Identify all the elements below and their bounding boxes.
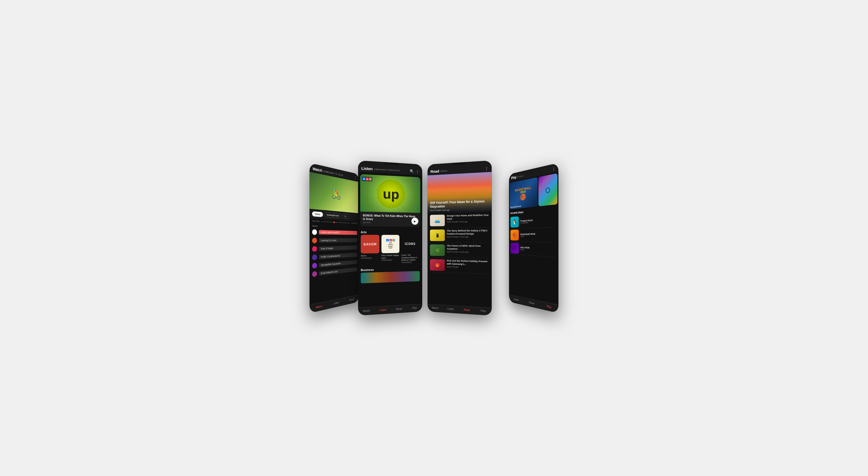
nav-read-l[interactable]: Read <box>391 307 407 311</box>
time-end: 6:30 PM <box>351 222 357 224</box>
nav-listen-p[interactable]: Listen <box>509 296 524 303</box>
nav-read-r[interactable]: Read <box>459 308 475 312</box>
read-content: Gift Yourself: Four Ideas for a Joyous S… <box>428 172 492 308</box>
channel-item-1[interactable]: Action sports world S <box>309 228 359 237</box>
listen-panel: Listen SAMSUNG Podcasts 🔍 ⋮ npr <box>358 160 422 316</box>
game-item-penguin[interactable]: 🐧 Penguin Dash FRVRGAME <box>510 212 556 229</box>
news-text-2: The Story Behind the Galaxy Z Flip's Fas… <box>447 229 489 241</box>
news-title-2: The Story Behind the Galaxy Z Flip's Fas… <box>447 229 489 235</box>
podcast-title: BONUS: What To Tell Kids When The News I… <box>363 214 418 222</box>
watch-title: Watch <box>313 166 322 173</box>
filter-news[interactable]: News <box>312 211 323 217</box>
up-text: up <box>383 187 399 201</box>
play-header-icons: ⋮ <box>552 166 555 171</box>
game-info-hex: HEX FRVR FRVR <box>521 246 530 251</box>
timeline <box>321 221 350 223</box>
featured-podcast-card[interactable]: npr 1hr up BONUS: What To Tell Kids When… <box>360 174 421 227</box>
news-title-4: Pick Out the Perfect Holiday Present wit… <box>447 259 489 266</box>
basketball-frvr-card[interactable]: BASKETBALL FRVR 🏀 Basketball FRVR <box>510 177 538 209</box>
timeline-indicator <box>334 221 335 223</box>
news-meta-1: News Provider 1 hour ago <box>447 221 489 223</box>
time-start: 6:00 PM <box>312 220 319 223</box>
more-icon-read[interactable]: ⋮ <box>485 166 489 170</box>
game-item-hex[interactable]: ⬡ HEX FRVR FRVR <box>510 242 556 257</box>
channel-dot-1 <box>312 229 317 235</box>
read-subtitle: News <box>440 170 447 172</box>
podcast-savor[interactable]: SAVOR Savor #iHeartRadio <box>361 235 379 264</box>
nav-watch-r[interactable]: Watch <box>428 306 443 310</box>
hero-title: Gift Yourself: Four Ideas for a Joyous S… <box>430 199 489 209</box>
channel-name-6: EvanTubeHD Livin' <box>319 267 357 276</box>
podcast-visual: npr 1hr up <box>360 174 421 213</box>
hero-provider: News Provider <box>430 209 441 212</box>
channel-list: News Action sports world S Leaning On Le… <box>309 223 359 280</box>
nav-read-p[interactable]: Read <box>524 300 540 306</box>
read-hero[interactable]: Gift Yourself: Four Ideas for a Joyous S… <box>428 172 492 213</box>
icons-name: Icons: The Greatest Minds in Music & Cul… <box>401 254 419 261</box>
more-icon[interactable]: ⋮ <box>416 169 419 173</box>
play-panel: Play Plays ⋮ BASKETBALL FRVR 🏀 Basketba <box>509 163 559 313</box>
basketball-visual: BASKETBALL FRVR 🏀 <box>515 186 531 201</box>
news-item-1[interactable]: 🛋️ Design Your Home and Redefine Your St… <box>428 212 492 228</box>
main-scene: Watch SAMSUNG TV Plus ⋮ 🚴 News Entertain… <box>291 144 577 332</box>
listen-content: npr 1hr up BONUS: What To Tell Kids When… <box>358 172 422 308</box>
watch-content: 🚴 News Entertainment K... 6:00 PM 6:30 P… <box>309 172 359 305</box>
podcast-icons[interactable]: ICONS Icons: The Greatest Minds in Music… <box>401 235 419 263</box>
news-meta-3: News Provider 3 hours ago <box>447 251 489 253</box>
game-thumb-basketball: 🏀 <box>510 229 519 240</box>
nav-watch[interactable]: Watch <box>309 304 328 310</box>
nav-play-p[interactable]: Play <box>540 304 558 310</box>
arts-section-header: Arts <box>358 228 422 235</box>
channel-name-2: Leaning On Lena <box>319 238 357 243</box>
news-list: 🛋️ Design Your Home and Redefine Your St… <box>428 212 492 274</box>
news-text-4: Pick Out the Perfect Holiday Present wit… <box>447 259 489 272</box>
hex-visual: ⬡ <box>538 173 557 206</box>
channel-dot-3 <box>312 246 317 252</box>
channel-name-4: PUBG Continental Se <box>319 253 357 259</box>
podcast-badge: 1hr <box>414 179 418 182</box>
watch-header-icons: ⋮ <box>354 176 357 180</box>
hex-icon: ⬡ <box>545 186 550 194</box>
news-thumb-3: 🌿 <box>430 244 445 256</box>
game-info-penguin: Penguin Dash FRVRGAME <box>521 219 533 224</box>
nav-listen-l[interactable]: Listen <box>375 308 391 312</box>
nav-read[interactable]: Read <box>344 296 359 303</box>
hex-grid-card[interactable]: ⬡ <box>538 173 557 206</box>
npr-logo: npr <box>362 176 372 181</box>
instant-plays-section: Instant plays 🐧 Penguin Dash FRVRGAME 🏀 … <box>509 205 559 259</box>
nav-listen-r[interactable]: Listen <box>443 307 459 311</box>
nav-play-l[interactable]: Play <box>407 306 422 310</box>
listen-title: Listen <box>361 166 373 171</box>
game-thumb-hex: ⬡ <box>510 243 519 254</box>
news-item-3[interactable]: 🌿 The Future of WFH: Work from Anywhere … <box>428 243 492 259</box>
nav-listen[interactable]: Listen <box>328 300 344 306</box>
business-section: Business <box>358 265 422 285</box>
channel-name-1: Action sports world S <box>319 230 357 235</box>
podcast-popculture[interactable]: npr popculturehappyhour Pop Culture Happ… <box>381 235 399 264</box>
game-name-basketball: Basketball FRVR <box>521 232 535 235</box>
business-bar-chart <box>361 271 420 284</box>
hero-time: 1hour ago <box>441 209 450 211</box>
hero-overlay: Gift Yourself: Four Ideas for a Joyous S… <box>428 197 492 214</box>
nav-watch-l[interactable]: Watch <box>358 309 375 313</box>
nav-play-r[interactable]: Play <box>475 309 492 313</box>
more-icon-play[interactable]: ⋮ <box>552 166 555 171</box>
channel-item-2[interactable]: Leaning On Lena <box>309 236 359 245</box>
game-item-basketball[interactable]: 🏀 Basketball FRVR FRVR <box>510 227 556 242</box>
podcast-play-button[interactable]: ▶ <box>411 217 418 225</box>
search-icon[interactable]: 🔍 <box>410 169 414 173</box>
arts-podcast-row: SAVOR Savor #iHeartRadio npr <box>358 235 422 266</box>
more-icon[interactable]: ⋮ <box>354 176 357 180</box>
podcast-ring: up <box>377 179 405 209</box>
news-item-4[interactable]: 🎁 Pick Out the Perfect Holiday Present w… <box>428 257 492 274</box>
news-item-2[interactable]: 📱 The Story Behind the Galaxy Z Flip's F… <box>428 228 492 243</box>
channel-dot-2 <box>312 238 317 244</box>
play-title: Play <box>511 175 516 180</box>
filter-entertainment[interactable]: Entertainment <box>324 212 341 218</box>
cyclist-icon: 🚴 <box>331 188 341 200</box>
game-provider-hex: FRVR <box>521 249 530 251</box>
podcast-info: BONUS: What To Tell Kids When The News I… <box>360 212 421 227</box>
game-thumb-penguin: 🐧 <box>510 216 519 228</box>
filter-k[interactable]: K... <box>343 214 350 219</box>
popculture-name: Pop Culture Happy Hour <box>381 254 399 259</box>
